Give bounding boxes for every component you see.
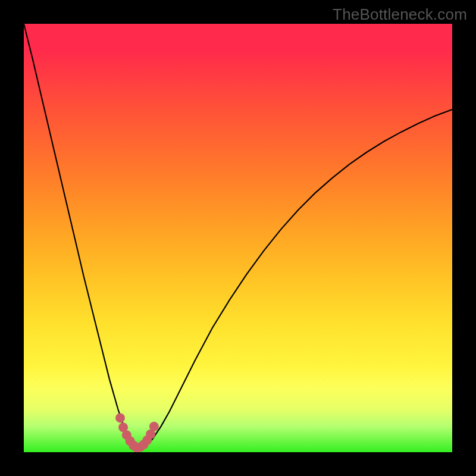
plot-area — [24, 24, 452, 452]
curve-minimum-markers — [115, 413, 159, 452]
curve-marker — [115, 413, 125, 422]
curve-marker — [149, 422, 159, 431]
watermark-text: TheBottleneck.com — [333, 5, 467, 24]
chart-frame: TheBottleneck.com — [0, 0, 476, 476]
bottleneck-curve-svg — [24, 24, 452, 452]
bottleneck-curve — [24, 24, 452, 448]
